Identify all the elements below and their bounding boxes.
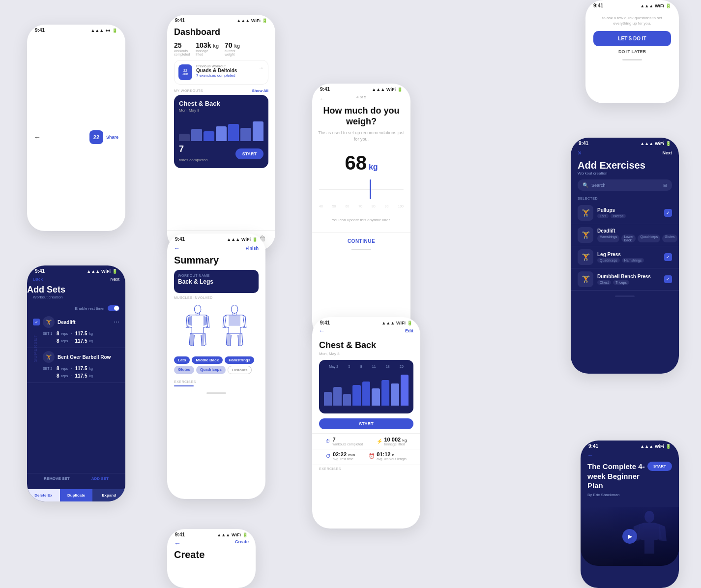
exercise-item-pullups[interactable]: 🏋 Pullups Lats Biceps ✓ [571, 202, 679, 224]
back-btn-6[interactable]: ← [319, 327, 325, 334]
add-sets-sub: Workout creation [27, 295, 125, 299]
date-badge-1: 22 [89, 130, 103, 144]
next-btn-4[interactable]: Next [110, 277, 119, 282]
action-bar-4: Delete Ex Duplicate Expand [27, 489, 125, 501]
start-button-2[interactable]: START [235, 148, 263, 159]
edit-btn-6[interactable]: Edit [405, 328, 413, 333]
back-arrow-1[interactable]: ← [34, 133, 41, 141]
tag-quads-5[interactable]: Quadriceps [196, 366, 226, 374]
deadlift-info: Deadlift Hamstrings Lower Back Quadricep… [597, 228, 677, 242]
exercise-item-dumbbell[interactable]: 🏋 Dumbbell Bench Press Chest Triceps ✓ [571, 268, 679, 291]
set-row-2-2: 8 reps · 117.5 kg [33, 372, 119, 380]
time-5: 9:41 [175, 236, 185, 242]
rest-timer-toggle[interactable] [108, 305, 119, 311]
exercise-item-deadlift[interactable]: 🏋 Deadlift Hamstrings Lower Back Quadric… [571, 224, 679, 246]
next-btn-7[interactable]: Next [662, 150, 672, 155]
dumbbell-avatar: 🏋 [578, 271, 593, 287]
exercise-row-deadlift: ✓ 🏋 Deadlift ⋯ SET 1 8 reps · 117.5 kg 8… [27, 313, 125, 348]
time-10: 9:41 [175, 532, 185, 537]
do-later-button[interactable]: DO IT LATER [585, 49, 679, 54]
status-icons-2: ▲▲▲WiFi🔋 [236, 18, 267, 23]
tag-hamstrings-5[interactable]: Hamstrings [225, 356, 254, 364]
dashboard-header: Dashboard [167, 23, 275, 41]
add-sets-title: Add Sets [27, 285, 125, 295]
remove-set-btn[interactable]: REMOVE SET [44, 476, 69, 481]
tag-deltoids[interactable]: Deltoids [228, 366, 252, 374]
time-4: 9:41 [35, 268, 45, 274]
expand-btn[interactable]: Expand [92, 489, 125, 501]
prev-date: 22 [183, 69, 187, 72]
share-link[interactable]: Share [106, 135, 118, 140]
dumbbell-check[interactable]: ✓ [664, 275, 672, 283]
stat-rest-6: ⏱ 02:22 min avg. rest time [326, 451, 355, 461]
filter-icon-7[interactable]: ⊞ [663, 183, 667, 188]
lets-do-it-button[interactable]: LET'S DO IT [593, 31, 671, 46]
back-btn-9[interactable]: ← [587, 452, 593, 459]
chart-label-2: 8 [360, 365, 362, 368]
phone6-date: Mon, May 8 [319, 352, 413, 356]
body-back-5 [221, 303, 248, 353]
create-label-10[interactable]: Create [235, 539, 249, 547]
home-indicator-3 [351, 249, 371, 250]
search-bar-7[interactable]: 🔍 Search ⊞ [578, 179, 672, 191]
muscle-tags-5: Lats Middle Back Hamstrings Glutes Quadr… [174, 356, 259, 374]
set-weight-2-2: 117.5 [75, 373, 87, 379]
slider-thumb[interactable] [370, 179, 371, 199]
delete-ex-btn[interactable]: Delete Ex [27, 489, 60, 501]
bar6-8 [391, 383, 399, 406]
weight-question: How much do you weigh? [312, 106, 410, 127]
play-button-9[interactable]: ▶ [622, 529, 637, 544]
tag-lats[interactable]: Lats [174, 356, 190, 364]
slider-ticks: 40 50 60 70 80 90 100 [319, 205, 404, 208]
continue-btn-area: CONTINUE [312, 232, 410, 244]
leg-press-check[interactable]: ✓ [664, 253, 672, 261]
phone-add-exercises: 9:41 ▲▲▲WiFi🔋 × Next Add Exercises Worko… [571, 138, 679, 374]
set-label-2-1: SET 2 [43, 367, 55, 370]
workout-card-2[interactable]: Chest & Back Mon, May 8 7 times complete… [174, 95, 268, 168]
add-ex-sub: Workout creation [571, 171, 679, 176]
add-set-btn[interactable]: ADD SET [91, 476, 109, 481]
mi-label-5: MUSCLES INVOLVED [174, 296, 259, 299]
prev-month: Jun [182, 72, 188, 76]
workouts-num: 25 [174, 41, 190, 49]
start-btn-6[interactable]: START [319, 418, 413, 429]
close-btn-7[interactable]: × [578, 149, 582, 157]
exercise-menu-deadlift[interactable]: ⋯ [114, 319, 119, 325]
stat-workouts-6: ⏱ 7 workouts completed [325, 437, 363, 446]
prev-workout-card[interactable]: 22 Jun Previous Workout Quads & Deltoids… [174, 60, 268, 85]
exercise-check-1[interactable]: ✓ [33, 319, 40, 325]
dumbbell-muscle-0: Chest [597, 280, 611, 285]
length-num-6: 01:12 h [377, 451, 407, 457]
time-8: 9:41 [593, 3, 603, 8]
phone9-image: ▶ [581, 507, 679, 566]
search-input-7[interactable]: Search [591, 183, 660, 188]
exercise-name-deadlift: Deadlift [58, 320, 111, 325]
continue-button[interactable]: CONTINUE [348, 238, 375, 244]
deadlift-muscle-3: Glutes [662, 235, 677, 242]
phone10-nav: ← Create [167, 537, 256, 549]
duplicate-btn[interactable]: Duplicate [60, 489, 93, 501]
finish-btn-5[interactable]: Finish [246, 246, 259, 251]
workouts-label-6: workouts completed [332, 442, 363, 446]
workout-header: ← 22 Share [27, 33, 125, 231]
prev-sub: 7 exercises completed [196, 73, 254, 78]
show-all-button[interactable]: Show All [252, 88, 268, 93]
status-icons-3: ▲▲▲WiFi🔋 [372, 87, 403, 92]
back-btn-3[interactable]: ← [319, 95, 326, 103]
deadlift-muscles: Hamstrings Lower Back Quadriceps Glutes [597, 235, 677, 242]
times-label: times completed [179, 158, 207, 162]
status-icons-7: ▲▲▲WiFi🔋 [640, 141, 671, 146]
tonnage-label-6: tonnage lifted [384, 442, 407, 446]
rest-icon-6: ⏱ [326, 453, 331, 459]
plan-start-btn[interactable]: START [647, 462, 672, 471]
exercise-name-row: Bent Over Barbell Row [58, 354, 119, 360]
tag-middle-back[interactable]: Middle Back [192, 356, 223, 364]
back-btn-4[interactable]: Back [33, 277, 43, 282]
exercise-item-leg-press[interactable]: 🏋 Leg Press Quadriceps Hamstrings ✓ [571, 246, 679, 268]
back-btn-5[interactable]: ← [174, 245, 180, 252]
svg-point-5 [194, 305, 201, 313]
pullups-check[interactable]: ✓ [664, 209, 672, 217]
tag-glutes[interactable]: Glutes [174, 366, 194, 374]
phone6-stats2: ⏱ 02:22 min avg. rest time ⏰ 01:12 h avg… [312, 449, 420, 465]
back-btn-10[interactable]: ← [174, 539, 181, 547]
